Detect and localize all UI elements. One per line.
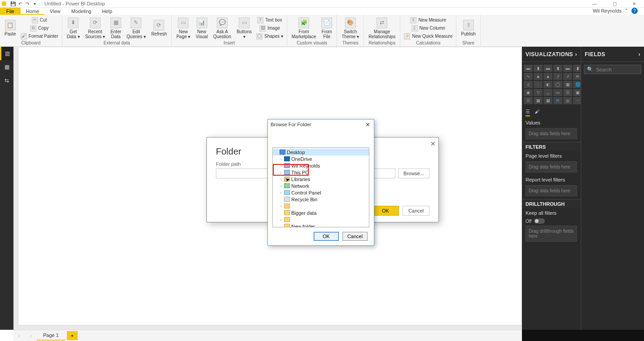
tree-item-bigger-data[interactable]: Bigger data xyxy=(273,209,369,216)
folder-cancel-button[interactable]: Cancel xyxy=(403,206,429,216)
browse-button[interactable]: Browse... xyxy=(398,168,429,178)
viz-combo-icon[interactable]: ⫽ xyxy=(553,73,562,80)
viz-table-icon[interactable]: ▦ xyxy=(534,97,543,104)
quick-measure-button[interactable]: ⚡New Quick Measure xyxy=(402,32,454,40)
viz-kpi-icon[interactable]: ▣ xyxy=(573,89,581,96)
viz-matrix-icon[interactable]: ▦ xyxy=(543,97,552,104)
tab-view[interactable]: View xyxy=(44,8,66,15)
viz-donut-icon[interactable]: ◯ xyxy=(553,81,562,88)
page-next-icon[interactable]: › xyxy=(25,333,37,338)
format-tab-icon[interactable]: 🖌 xyxy=(534,109,539,116)
viz-combo2-icon[interactable]: ⫽ xyxy=(563,73,572,80)
data-view-icon[interactable]: ▦ xyxy=(0,60,13,74)
recent-sources-button[interactable]: ⟳Recent Sources ▾ xyxy=(83,17,108,40)
viz-gauge-icon[interactable]: ◡ xyxy=(543,89,552,96)
tree-item-network[interactable]: ›Network xyxy=(273,182,369,189)
fields-tab-icon[interactable]: ☰ xyxy=(526,109,530,116)
manage-relationships-button[interactable]: ⇄Manage Relationships xyxy=(366,17,398,40)
tree-item-desktop[interactable]: Desktop xyxy=(273,149,369,155)
paste-button[interactable]: 📋Paste xyxy=(2,19,19,37)
viz-scatter-icon[interactable]: ∴ xyxy=(534,81,543,88)
tree-item-this-pc[interactable]: ›This PC xyxy=(273,169,369,176)
viz-pie-icon[interactable]: ◐ xyxy=(543,81,552,88)
minimize-button[interactable]: — xyxy=(585,0,605,8)
undo-icon[interactable]: ↶ xyxy=(17,0,23,7)
tab-home[interactable]: Home xyxy=(21,8,44,15)
maximize-button[interactable]: ▢ xyxy=(605,0,624,8)
drillthrough-dropzone[interactable]: Drag drillthrough fields here xyxy=(526,226,577,242)
close-button[interactable]: ✕ xyxy=(624,0,644,8)
format-painter-button[interactable]: 🖌Format Painter xyxy=(19,32,60,40)
copy-button[interactable]: ⧉Copy xyxy=(19,24,60,32)
viz-r-icon[interactable]: R xyxy=(553,97,562,104)
viz-stacked-column-icon[interactable]: ▮ xyxy=(534,65,543,72)
viz-waterfall-icon[interactable]: ▯ xyxy=(524,81,533,88)
viz-slicer-icon[interactable]: ☵ xyxy=(524,97,533,104)
tree-item-libraries[interactable]: ›Libraries xyxy=(273,176,369,182)
viz-map-icon[interactable]: 🌐 xyxy=(573,81,581,88)
tab-help[interactable]: Help xyxy=(96,8,118,15)
edit-queries-button[interactable]: ✎Edit Queries ▾ xyxy=(124,17,149,40)
page-prev-icon[interactable]: ‹ xyxy=(13,333,25,338)
tab-file[interactable]: File xyxy=(0,8,21,15)
browse-cancel-button[interactable]: Cancel xyxy=(342,232,368,241)
viz-filled-map-icon[interactable]: ◉ xyxy=(524,89,533,96)
refresh-button[interactable]: ⟳Refresh xyxy=(149,19,170,37)
save-icon[interactable]: 💾 xyxy=(10,0,16,7)
browse-dialog-close-icon[interactable]: ✕ xyxy=(364,121,371,128)
tree-item-recycle-bin[interactable]: Recycle Bin xyxy=(273,196,369,203)
tree-item-user[interactable]: ›Wil Reynolds xyxy=(273,162,369,169)
browse-ok-button[interactable]: OK xyxy=(314,232,339,241)
textbox-button[interactable]: TText box xyxy=(254,16,285,24)
values-dropzone[interactable]: Drag data fields here xyxy=(526,128,577,139)
add-page-button[interactable]: + xyxy=(67,331,78,340)
tree-item-onedrive[interactable]: ›OneDrive xyxy=(273,155,369,162)
new-visual-button[interactable]: 📊New Visual xyxy=(193,17,210,40)
user-name[interactable]: Wil Reynolds xyxy=(593,8,622,13)
viz-treemap-icon[interactable]: ▦ xyxy=(563,81,572,88)
get-data-button[interactable]: ⬇Get Data ▾ xyxy=(64,17,83,40)
fields-search[interactable]: 🔍Search xyxy=(584,65,641,74)
viz-funnel-icon[interactable]: ▽ xyxy=(534,89,543,96)
viz-more-icon[interactable]: ⋯ xyxy=(573,97,581,104)
from-file-button[interactable]: 📄From File xyxy=(319,17,335,40)
tree-item[interactable]: › xyxy=(273,216,369,223)
new-column-button[interactable]: ▯New Column xyxy=(402,24,454,32)
viz-line-icon[interactable]: ∿ xyxy=(524,73,533,80)
page-tab-1[interactable]: Page 1 xyxy=(37,331,65,341)
help-icon[interactable]: ? xyxy=(631,8,638,14)
redo-icon[interactable]: ↷ xyxy=(24,0,31,7)
report-filters-dropzone[interactable]: Drag data fields here xyxy=(526,185,577,196)
user-dropdown-icon[interactable]: ˅ xyxy=(625,8,628,14)
folder-ok-button[interactable]: OK xyxy=(372,206,399,216)
page-filters-dropzone[interactable]: Drag data fields here xyxy=(526,161,577,173)
viz-stacked-bar-icon[interactable]: ▬ xyxy=(524,65,533,72)
keep-filters-toggle[interactable] xyxy=(534,218,545,224)
viz-100-column-icon[interactable]: ▮ xyxy=(573,65,581,72)
collapse-icon[interactable]: › xyxy=(639,51,641,58)
model-view-icon[interactable]: ⇆ xyxy=(0,74,13,87)
folder-dialog-close-icon[interactable]: ✕ xyxy=(430,140,436,147)
shapes-button[interactable]: ◯Shapes ▾ xyxy=(254,32,285,40)
tree-item[interactable]: › xyxy=(273,203,369,209)
viz-area-icon[interactable]: ▲ xyxy=(534,73,543,80)
viz-clustered-column-icon[interactable]: ▮ xyxy=(553,65,562,72)
viz-multirow-icon[interactable]: ☰ xyxy=(563,89,572,96)
from-marketplace-button[interactable]: 🧩From Marketplace xyxy=(289,17,319,40)
collapse-icon[interactable]: › xyxy=(575,51,578,58)
image-button[interactable]: 🖼Image xyxy=(254,24,285,32)
enter-data-button[interactable]: ▦Enter Data xyxy=(108,17,124,40)
tree-item-new-folder[interactable]: New folder xyxy=(273,223,369,227)
ask-question-button[interactable]: 💬Ask A Question xyxy=(210,17,234,40)
viz-stacked-area-icon[interactable]: ▲ xyxy=(543,73,552,80)
qat-dropdown-icon[interactable]: ▾ xyxy=(31,0,38,7)
viz-ribbon-icon[interactable]: ≋ xyxy=(573,73,581,80)
folder-tree[interactable]: Desktop ›OneDrive ›Wil Reynolds ›This PC… xyxy=(272,147,369,227)
new-measure-button[interactable]: ΣNew Measure xyxy=(402,16,454,24)
report-view-icon[interactable]: ▥ xyxy=(0,47,13,60)
new-page-button[interactable]: ▭New Page ▾ xyxy=(174,17,193,40)
viz-100-bar-icon[interactable]: ▬ xyxy=(563,65,572,72)
publish-button[interactable]: ⇧Publish xyxy=(458,19,478,37)
tree-item-control-panel[interactable]: ›Control Panel xyxy=(273,189,369,196)
viz-card-icon[interactable]: ▭ xyxy=(553,89,562,96)
